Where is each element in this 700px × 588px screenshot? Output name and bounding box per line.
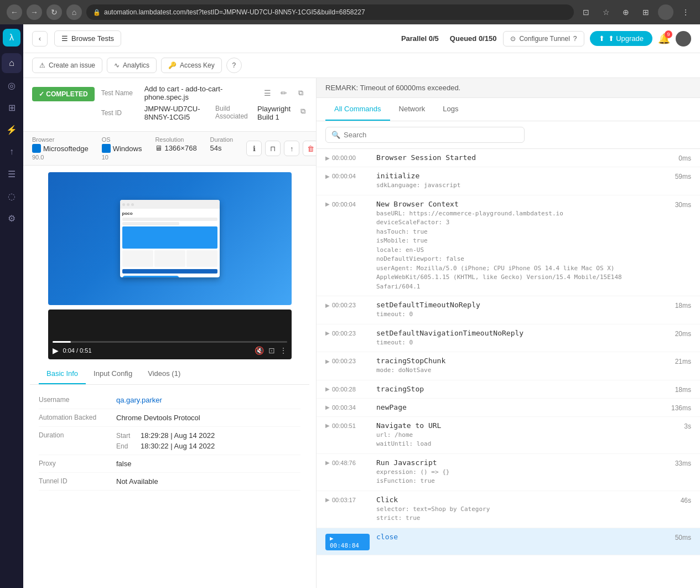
bottom-tabs: Basic Info Input Config Videos (1) [30, 364, 309, 385]
search-icon: 🔍 [331, 131, 340, 139]
tab-videos[interactable]: Videos (1) [140, 364, 188, 384]
forward-nav-button[interactable]: → [27, 4, 42, 20]
tab-input-config[interactable]: Input Config [86, 364, 140, 384]
command-detail: timeout: 0 [376, 310, 668, 319]
create-issue-button[interactable]: ⚠ Create an issue [32, 58, 102, 73]
configure-tunnel-button[interactable]: ⊙ Configure Tunnel ? [503, 31, 584, 47]
url-bar[interactable]: 🔒 automation.lambdatest.com/test?testID=… [86, 4, 574, 20]
fullscreen-button[interactable]: ⊡ [268, 346, 275, 355]
home-button[interactable]: ⌂ [66, 4, 82, 20]
command-row[interactable]: ▶ 00:00:23setDefaultNavigationTimeoutNoR… [317, 324, 700, 353]
parallel-stat: Parallel 0/5 [401, 34, 439, 43]
menu-button[interactable]: ⋮ [678, 4, 693, 20]
video-more-button[interactable]: ⋮ [279, 346, 287, 355]
screenshot-inner: poco [48, 172, 292, 305]
command-row[interactable]: ▶ 00:00:23setDefaultTimeoutNoReplytimeou… [317, 296, 700, 324]
browse-tests-icon: ☰ [61, 34, 68, 43]
tab-basic-info[interactable]: Basic Info [39, 364, 86, 384]
sidebar-item-settings[interactable]: ⚙ [2, 208, 22, 228]
start-time-row: Start 18:29:28 | Aug 14 2022 [116, 431, 215, 440]
refresh-button[interactable]: ↻ [46, 4, 62, 20]
volume-button[interactable]: 🔇 [255, 346, 264, 355]
command-duration: 33ms [675, 460, 691, 467]
browser-info-group: Browser Microsoftedge 90.0 [32, 136, 89, 161]
content-area: ‹ ☰ Browse Tests Parallel 0/5 Queued 0/1… [23, 24, 700, 588]
command-detail: sdkLanguage: javascript [376, 181, 668, 190]
play-button[interactable]: ▶ [53, 346, 59, 355]
status-badge: ✓ COMPLETED [32, 87, 95, 101]
sidebar-item-home[interactable]: ⌂ [2, 53, 22, 73]
header-user-avatar[interactable] [676, 31, 691, 47]
cast-button[interactable]: ⊡ [578, 4, 594, 20]
bookmark-icon-button[interactable]: ⊓ [265, 141, 281, 156]
info-icon-button[interactable]: ℹ [246, 141, 262, 156]
command-row[interactable]: ▶ 00:03:17Clickselector: text=Shop by Ca… [317, 491, 700, 528]
command-time: ▶ 00:00:04 [325, 173, 370, 179]
star-button[interactable]: ☆ [598, 4, 614, 20]
command-duration: 18ms [675, 386, 691, 394]
search-input[interactable] [344, 131, 518, 139]
command-row[interactable]: ▶ 00:48:76Run Javascriptexpression: () =… [317, 454, 700, 491]
upgrade-button[interactable]: ⬆ ⬆ Upgrade [590, 31, 652, 46]
extensions-button[interactable]: ⊕ [618, 4, 634, 20]
command-time-badge[interactable]: ▶ 00:48:84 [325, 534, 370, 550]
resolution-value: 🖥 1366×768 [155, 144, 196, 152]
sidebar-logo[interactable]: λ [3, 29, 20, 47]
command-time: ▶ 00:00:23 [325, 302, 370, 308]
tab-network[interactable]: Network [390, 98, 434, 121]
command-time: ▶ 00:00:34 [325, 404, 370, 411]
command-duration: 20ms [675, 330, 691, 338]
command-row[interactable]: ▶ 00:00:28tracingStop18ms [317, 380, 700, 399]
sidebar-item-grid[interactable]: ⊞ [2, 97, 22, 117]
tab-all-commands[interactable]: All Commands [325, 98, 390, 121]
cmd-arrow-icon: ▶ [325, 404, 330, 410]
browse-tests-button[interactable]: ☰ Browse Tests [54, 30, 121, 47]
sidebar-item-circle[interactable]: ◌ [2, 186, 22, 206]
test-info-bar: ✓ COMPLETED Test Name Add to cart - add-… [23, 78, 316, 132]
share-icon-button[interactable]: ↑ [284, 141, 299, 156]
analytics-button[interactable]: ∿ Analytics [107, 58, 157, 73]
command-time: ▶ 00:00:23 [325, 330, 370, 337]
command-row[interactable]: ▶ 00:00:04initializesdkLanguage: javascr… [317, 167, 700, 195]
os-name: Windows [113, 145, 142, 153]
browser-actions: ⊡ ☆ ⊕ ⊞ ⋮ [578, 4, 693, 20]
video-progress-bar[interactable] [53, 341, 287, 343]
edit-icon-button[interactable]: ✏ [277, 86, 291, 100]
automation-value: Chrome Devtools Protocol [116, 414, 200, 422]
fullscreen-button[interactable]: ⊞ [638, 4, 654, 20]
command-row[interactable]: ▶ 00:00:04New Browser ContextbaseURL: ht… [317, 195, 700, 297]
command-row[interactable]: ▶ 00:00:00Browser Session Started0ms [317, 149, 700, 167]
list-icon-button[interactable]: ☰ [261, 86, 274, 100]
back-button[interactable]: ‹ [32, 31, 48, 47]
resolution-label: Resolution [155, 136, 196, 143]
command-row[interactable]: ▶ 00:00:34newPage136ms [317, 399, 700, 417]
access-key-button[interactable]: 🔑 Access Key [161, 58, 222, 73]
tab-logs[interactable]: Logs [434, 98, 467, 121]
notification-button[interactable]: 🔔 9 [658, 33, 670, 45]
command-body: setDefaultTimeoutNoReplytimeout: 0 [376, 301, 668, 319]
delete-icon-button[interactable]: 🗑 [303, 141, 317, 156]
command-duration: 136ms [671, 404, 691, 412]
sidebar-item-list[interactable]: ☰ [2, 164, 22, 184]
user-avatar[interactable] [658, 4, 673, 20]
os-info-group: OS Windows 10 [102, 136, 142, 161]
os-value: Windows [102, 144, 142, 153]
sidebar-item-upload[interactable]: ↑ [2, 142, 22, 162]
browser-version: 90.0 [32, 154, 89, 161]
browser-icon [32, 144, 41, 153]
help-button[interactable]: ? [226, 58, 242, 73]
header-stats: Parallel 0/5 Queued 0/150 [401, 34, 497, 43]
copy-build-button[interactable]: ⧉ [298, 105, 307, 118]
command-row[interactable]: ▶ 00:48:84close50ms [317, 528, 700, 555]
command-row[interactable]: ▶ 00:00:51Navigate to URLurl: /home wait… [317, 417, 700, 454]
copy-name-button[interactable]: ⧉ [294, 86, 307, 100]
cmd-arrow-icon: ▶ [325, 201, 330, 207]
command-row[interactable]: ▶ 00:00:23tracingStopChunkmode: doNotSav… [317, 352, 700, 380]
cmd-arrow-icon: ▶ [325, 460, 330, 466]
automation-row: Automation Backed Chrome Devtools Protoc… [39, 409, 300, 427]
build-value: Playwright Build 1 [257, 105, 295, 121]
sidebar-item-lightning[interactable]: ⚡ [2, 120, 22, 140]
sidebar-item-automation[interactable]: ◎ [2, 75, 22, 95]
command-tabs: All Commands Network Logs [317, 98, 700, 121]
back-nav-button[interactable]: ← [7, 4, 22, 20]
